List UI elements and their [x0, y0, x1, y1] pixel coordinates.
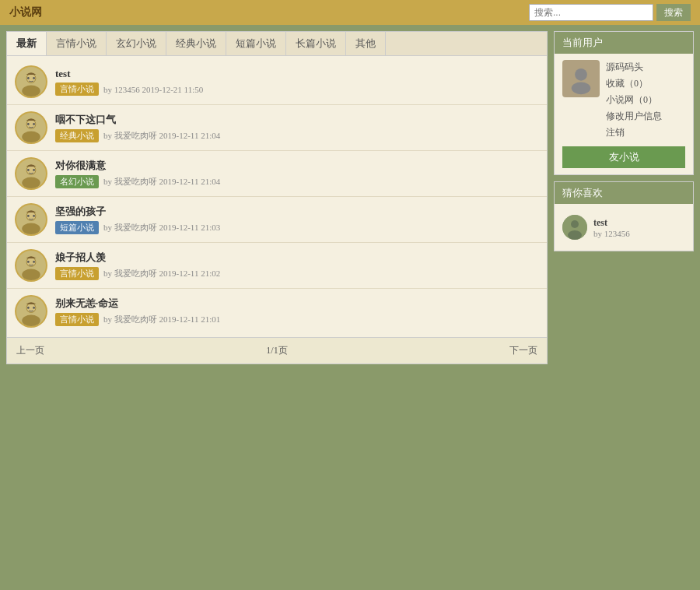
- header: 小说网 搜索: [0, 0, 700, 25]
- novel-item-5: 别来无恙·命运 言情小说 by 我爱吃肉呀 2019-12-11 21:01: [7, 289, 547, 334]
- novel-info-0: test 言情小说 by 123456 2019-12-21 11:50: [55, 68, 539, 96]
- novel-avatar-2: [15, 157, 47, 190]
- svg-point-35: [33, 307, 35, 309]
- novel-item-1: 咽不下这口气 经典小说 by 我爱吃肉呀 2019-12-11 21:04: [7, 105, 547, 151]
- novel-item-3: 坚强的孩子 短篇小说 by 我爱吃肉呀 2019-12-11 21:03: [7, 197, 547, 243]
- svg-point-26: [22, 269, 40, 280]
- novel-tag-5: 言情小说: [55, 313, 99, 326]
- novel-author-4: by 我爱吃肉呀 2019-12-11 21:02: [103, 268, 220, 279]
- novel-avatar-4: [15, 249, 47, 282]
- svg-point-16: [27, 169, 30, 171]
- tab-romance[interactable]: 言情小说: [47, 32, 107, 55]
- tab-classic[interactable]: 经典小说: [166, 32, 226, 55]
- prev-page[interactable]: 上一页: [16, 344, 44, 357]
- main-container: 最新言情小说玄幻小说经典小说短篇小说长篇小说其他 test: [6, 31, 694, 364]
- search-input[interactable]: [529, 4, 653, 21]
- novel-author-0: by 123456 2019-12-21 11:50: [103, 85, 203, 94]
- next-page[interactable]: 下一页: [509, 344, 537, 357]
- svg-point-40: [571, 220, 579, 228]
- novel-title-5[interactable]: 别来无恙·命运: [55, 297, 539, 311]
- svg-point-5: [33, 77, 35, 79]
- current-user-body: 源码码头收藏（0）小说网（0）修改用户信息注销 友小说: [555, 54, 693, 174]
- edit-profile-link[interactable]: 修改用户信息: [606, 109, 662, 124]
- rec-meta-0: by 123456: [593, 229, 630, 238]
- novel-title-4[interactable]: 娘子招人羡: [55, 251, 539, 265]
- novel-avatar-0: [15, 65, 47, 98]
- novel-meta-2: 名幻小说 by 我爱吃肉呀 2019-12-11 21:04: [55, 175, 539, 188]
- svg-point-10: [27, 123, 30, 125]
- svg-point-22: [27, 215, 30, 217]
- tab-long[interactable]: 长篇小说: [286, 32, 346, 55]
- logout-link[interactable]: 注销: [606, 125, 662, 140]
- tab-other[interactable]: 其他: [346, 32, 386, 55]
- novel-avatar-1: [15, 111, 47, 144]
- novel-info-1: 咽不下这口气 经典小说 by 我爱吃肉呀 2019-12-11 21:04: [55, 113, 539, 142]
- favorites-link[interactable]: 收藏（0）: [606, 76, 662, 91]
- svg-point-20: [22, 223, 40, 234]
- novel-meta-3: 短篇小说 by 我爱吃肉呀 2019-12-11 21:03: [55, 221, 539, 234]
- user-avatar: [562, 60, 600, 97]
- svg-point-11: [33, 123, 35, 125]
- svg-point-17: [33, 169, 35, 171]
- novel-tag-4: 言情小说: [55, 267, 99, 280]
- site-title: 小说网: [9, 5, 42, 19]
- search-bar: 搜索: [529, 4, 691, 21]
- novel-meta-0: 言情小说 by 123456 2019-12-21 11:50: [55, 83, 539, 96]
- svg-point-38: [572, 82, 591, 94]
- rec-info-0: test by 123456: [593, 217, 630, 238]
- search-button[interactable]: 搜索: [656, 4, 691, 21]
- novel-avatar-5: [15, 295, 47, 328]
- novel-item-2: 对你很满意 名幻小说 by 我爱吃肉呀 2019-12-11 21:04: [7, 151, 547, 197]
- novel-meta-4: 言情小说 by 我爱吃肉呀 2019-12-11 21:02: [55, 267, 539, 280]
- mynovels-link[interactable]: 小说网（0）: [606, 93, 662, 107]
- svg-point-23: [33, 215, 35, 217]
- rec-name-0[interactable]: test: [593, 217, 630, 229]
- svg-point-34: [27, 307, 30, 309]
- novel-author-1: by 我爱吃肉呀 2019-12-11 21:04: [103, 130, 220, 142]
- left-panel: 最新言情小说玄幻小说经典小说短篇小说长篇小说其他 test: [6, 31, 548, 364]
- rec-avatar-0: [562, 215, 587, 240]
- novel-title-1[interactable]: 咽不下这口气: [55, 113, 539, 127]
- novel-author-3: by 我爱吃肉呀 2019-12-11 21:03: [103, 222, 220, 234]
- novel-item-4: 娘子招人羡 言情小说 by 我爱吃肉呀 2019-12-11 21:02: [7, 243, 547, 289]
- novel-title-3[interactable]: 坚强的孩子: [55, 205, 539, 219]
- tabs: 最新言情小说玄幻小说经典小说短篇小说长篇小说其他: [7, 32, 547, 56]
- novel-info-3: 坚强的孩子 短篇小说 by 我爱吃肉呀 2019-12-11 21:03: [55, 205, 539, 234]
- svg-point-14: [22, 177, 40, 188]
- user-links: 源码码头收藏（0）小说网（0）修改用户信息注销: [606, 60, 662, 140]
- novel-tag-3: 短篇小说: [55, 221, 99, 234]
- novel-title-0[interactable]: test: [55, 68, 539, 80]
- svg-point-37: [575, 68, 587, 81]
- recommend-item-0: test by 123456: [562, 210, 685, 244]
- novel-title-2[interactable]: 对你很满意: [55, 159, 539, 173]
- novel-info-5: 别来无恙·命运 言情小说 by 我爱吃肉呀 2019-12-11 21:01: [55, 297, 539, 326]
- tab-fantasy[interactable]: 玄幻小说: [107, 32, 166, 55]
- write-novel-button[interactable]: 友小说: [562, 146, 685, 168]
- svg-point-29: [33, 261, 35, 263]
- svg-point-41: [568, 230, 582, 240]
- novel-meta-5: 言情小说 by 我爱吃肉呀 2019-12-11 21:01: [55, 313, 539, 326]
- novel-info-2: 对你很满意 名幻小说 by 我爱吃肉呀 2019-12-11 21:04: [55, 159, 539, 188]
- tab-latest[interactable]: 最新: [7, 32, 47, 55]
- source-link[interactable]: 源码码头: [606, 60, 662, 75]
- svg-point-28: [27, 261, 30, 263]
- novel-meta-1: 经典小说 by 我爱吃肉呀 2019-12-11 21:04: [55, 129, 539, 142]
- novel-tag-1: 经典小说: [55, 129, 99, 142]
- svg-point-4: [27, 77, 30, 79]
- svg-point-32: [22, 315, 40, 326]
- novel-tag-0: 言情小说: [55, 83, 99, 96]
- svg-point-8: [22, 132, 40, 142]
- current-user-section: 当前用户 源码码头收藏（0）小说网（0）修改用户信息注销 友小说: [554, 31, 694, 175]
- recommend-body: test by 123456: [555, 204, 693, 251]
- pagination: 上一页 1/1页 下一页: [7, 337, 547, 363]
- novel-info-4: 娘子招人羡 言情小说 by 我爱吃肉呀 2019-12-11 21:02: [55, 251, 539, 280]
- novel-author-2: by 我爱吃肉呀 2019-12-11 21:04: [103, 176, 220, 188]
- current-user-title: 当前用户: [555, 32, 693, 54]
- recommend-title: 猜你喜欢: [555, 182, 693, 204]
- recommend-section: 猜你喜欢 test by 123456: [554, 181, 694, 251]
- tab-short[interactable]: 短篇小说: [226, 32, 286, 55]
- novel-list: test 言情小说 by 123456 2019-12-21 11:50: [7, 56, 547, 337]
- page-indicator: 1/1页: [266, 344, 287, 357]
- novel-author-5: by 我爱吃肉呀 2019-12-11 21:01: [103, 314, 220, 325]
- novel-tag-2: 名幻小说: [55, 175, 99, 188]
